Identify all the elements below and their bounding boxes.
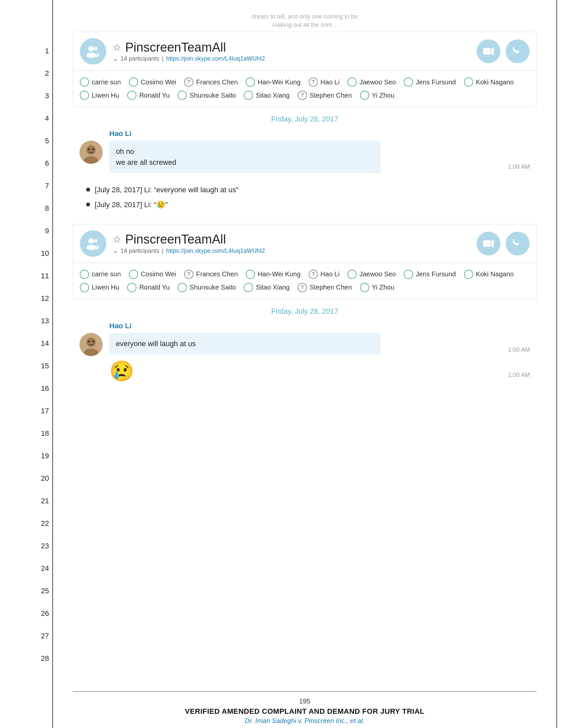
message-bubble-1: oh nowe are all screwed — [109, 141, 381, 173]
participant-icon-sitao-1 — [244, 91, 253, 100]
participant-yi-2: Yi Zhou — [360, 283, 395, 292]
context-section: [July 28, 2017] Li: “everyone will laugh… — [73, 180, 537, 221]
message-bubble-area-1: oh nowe are all screwed — [109, 141, 495, 173]
line-23: 23 — [41, 535, 49, 557]
svg-marker-16 — [491, 240, 494, 248]
footer-title: VERIFIED AMENDED COMPLAINT AND DEMAND FO… — [73, 707, 537, 716]
phone-call-button-1[interactable] — [506, 39, 530, 63]
message-time-2b: 1:00 AM — [508, 372, 530, 381]
participant-name-shunsuke-2: Shunsuke Saito — [189, 284, 236, 291]
participant-carrie-sun-2: carrie sun — [80, 270, 121, 279]
participant-name-jaewoo-2: Jaewoo Seo — [359, 270, 396, 278]
participant-icon-jens-1 — [404, 77, 413, 87]
message-text-1: oh nowe are all screwed — [116, 146, 374, 168]
svg-point-11 — [88, 238, 94, 244]
avatar-face-1 — [79, 141, 103, 164]
participant-name-jens-1: Jens Fursund — [416, 78, 456, 86]
line-27: 27 — [41, 625, 49, 647]
participant-name-yi-2: Yi Zhou — [372, 284, 395, 291]
message-avatar-2 — [79, 333, 103, 356]
video-call-button-2[interactable] — [477, 232, 500, 255]
video-call-button-1[interactable] — [477, 39, 500, 63]
chevron-icon-1[interactable]: ⌄ — [113, 55, 118, 63]
participant-icon-liwen-1 — [80, 91, 89, 100]
chevron-icon-2[interactable]: ⌄ — [113, 247, 118, 254]
participant-stephen-1: ? Stephen Chen — [298, 91, 352, 100]
chat-header-2: ☆ PinscreenTeamAll ⌄ 14 participants | h… — [73, 224, 537, 263]
svg-rect-15 — [483, 240, 491, 247]
group-name-row-1: ☆ PinscreenTeamAll — [113, 40, 265, 55]
participant-name-carrie-2: carrie sun — [92, 270, 121, 278]
participant-name-stephen-2: Stephen Chen — [310, 284, 352, 291]
bullet-icon-1 — [86, 188, 90, 192]
group-icon-2 — [85, 236, 101, 251]
participant-name-frances-2: Frances Chen — [196, 270, 238, 278]
participant-haoli-2: ? Hao Li — [309, 270, 340, 279]
line-16: 16 — [41, 377, 49, 400]
chat-header-right-2 — [477, 232, 530, 255]
line-18: 18 — [41, 422, 49, 445]
message-section-1: Hao Li oh nowe are all screwed 1:00 AM — [73, 126, 537, 180]
line-13: 13 — [41, 310, 49, 332]
participant-icon-haoli-1: ? — [309, 77, 318, 87]
participant-icon-jens-2 — [404, 270, 413, 279]
group-avatar-2 — [80, 230, 106, 257]
participant-icon-stephen-1: ? — [298, 91, 307, 100]
star-icon-2[interactable]: ☆ — [113, 234, 121, 245]
group-name-2: PinscreenTeamAll — [125, 232, 226, 247]
message-row-2a: everyone will laugh at us 1:00 AM — [79, 333, 530, 356]
participant-icon-yi-2 — [360, 283, 369, 292]
footer-page-number: 195 — [73, 698, 537, 705]
star-icon-1[interactable]: ☆ — [113, 42, 121, 53]
participant-name-koki-1: Koki Nagano — [476, 78, 514, 86]
participant-icon-cosimo-2 — [129, 270, 138, 279]
participant-jens-1: Jens Fursund — [404, 77, 456, 87]
group-meta-1: ⌄ 14 participants | https://join.skype.c… — [113, 55, 265, 63]
video-icon-2 — [483, 238, 494, 250]
message-bubble-2a: everyone will laugh at us — [109, 333, 381, 354]
message-section-2: Hao Li everyone will laugh at us 1:00 AM — [73, 318, 537, 388]
participant-name-liwen-1: Liwen Hu — [92, 92, 119, 99]
svg-point-0 — [88, 46, 94, 51]
participant-sitao-2: Sitao Xiang — [244, 283, 290, 292]
line-8: 8 — [45, 197, 49, 220]
spacer — [73, 388, 537, 691]
message-bubble-area-2b: 😢 — [109, 361, 495, 381]
participant-icon-frances-1: ? — [184, 77, 193, 87]
participant-name-stephen-1: Stephen Chen — [310, 92, 352, 99]
context-text-1: [July 28, 2017] Li: “everyone will laugh… — [95, 185, 238, 195]
participant-name-carrie-1: carrie sun — [92, 78, 121, 86]
footer-subtitle: Dr. Iman Sadeghi v. Pinscreen Inc., et a… — [73, 717, 537, 725]
group-info-2: ☆ PinscreenTeamAll ⌄ 14 participants | h… — [113, 232, 265, 254]
participants-count-1: 14 participants — [120, 55, 159, 62]
message-row-1: oh nowe are all screwed 1:00 AM — [79, 141, 530, 173]
phone-icon-2 — [512, 238, 524, 250]
participant-name-frances-1: Frances Chen — [196, 78, 238, 86]
phone-icon-1 — [512, 45, 524, 57]
participant-name-ronald-2: Ronald Yu — [139, 284, 169, 291]
join-link-2[interactable]: https://join.skype.com/L4Iuq1aWUhI2 — [166, 248, 265, 254]
participant-liwen-1: Liwen Hu — [80, 91, 119, 100]
svg-point-21 — [92, 341, 94, 342]
svg-point-14 — [93, 246, 100, 250]
participant-frances-1: ? Frances Chen — [184, 77, 238, 87]
participant-icon-koki-1 — [464, 77, 473, 87]
phone-call-button-2[interactable] — [506, 232, 530, 255]
participant-icon-sitao-2 — [244, 283, 253, 292]
participant-name-jens-2: Jens Fursund — [416, 270, 456, 278]
participant-liwen-2: Liwen Hu — [80, 283, 119, 292]
participant-name-haoli-2: Hao Li — [321, 270, 340, 278]
participant-name-shunsuke-1: Shunsuke Saito — [189, 92, 236, 99]
main-content: dream to tell, and only one coming to be… — [53, 0, 556, 728]
group-info-1: ☆ PinscreenTeamAll ⌄ 14 participants | h… — [113, 40, 265, 63]
join-link-1[interactable]: https://join.skype.com/L4Iuq1aWUhI2 — [166, 55, 265, 62]
participant-hanwei-1: Han-Wei Kung — [246, 77, 301, 87]
line-4: 4 — [45, 107, 49, 130]
line-25: 25 — [41, 580, 49, 602]
participant-name-liwen-2: Liwen Hu — [92, 284, 119, 291]
context-item-2: [July 28, 2017] Li: “😢” — [86, 200, 523, 210]
line-7: 7 — [45, 175, 49, 197]
participant-icon-carrie-2 — [80, 270, 89, 279]
participant-icon-hanwei-1 — [246, 77, 255, 87]
group-icon-1 — [85, 43, 101, 59]
